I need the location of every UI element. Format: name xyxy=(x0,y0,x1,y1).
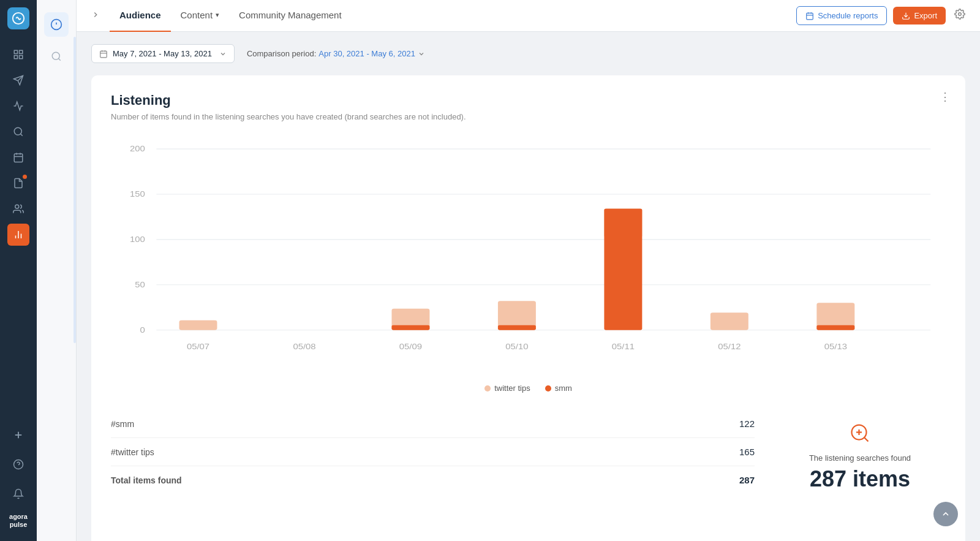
topnav-actions: Schedule reports Export xyxy=(796,6,965,25)
legend-dot-smm xyxy=(545,385,551,392)
bar-0512-twitter xyxy=(710,312,748,330)
bar-0509-smm xyxy=(391,325,429,330)
chart-svg: 200 150 100 50 0 05/07 05/08 05/09 xyxy=(111,136,946,369)
stat-row-smm: #smm 122 xyxy=(111,410,755,438)
summary-icon xyxy=(849,422,871,448)
svg-text:100: 100 xyxy=(130,235,145,244)
export-button[interactable]: Export xyxy=(893,7,946,25)
svg-line-54 xyxy=(864,437,869,442)
bar-0513-smm xyxy=(816,325,854,330)
svg-rect-1 xyxy=(14,50,17,53)
legend-dot-twitter xyxy=(484,385,491,392)
inbox-icon[interactable] xyxy=(7,95,29,117)
svg-text:05/13: 05/13 xyxy=(824,342,848,351)
listening-card: ⋮ Listening Number of items found in the… xyxy=(91,75,965,541)
listening-chart: 200 150 100 50 0 05/07 05/08 05/09 xyxy=(111,136,946,369)
svg-rect-9 xyxy=(14,154,23,162)
svg-rect-26 xyxy=(807,13,813,19)
chart-legend: twitter tips smm xyxy=(111,384,946,393)
stat-row-total: Total items found 287 xyxy=(111,466,755,494)
help-icon[interactable] xyxy=(7,453,29,475)
tab-content[interactable]: Content ▾ xyxy=(171,0,230,32)
svg-text:50: 50 xyxy=(135,280,145,289)
svg-text:150: 150 xyxy=(130,189,145,199)
paper-plane-icon[interactable] xyxy=(7,69,29,91)
svg-text:05/09: 05/09 xyxy=(399,342,423,351)
svg-point-24 xyxy=(52,52,59,59)
agora-brand: agora pulse xyxy=(9,513,28,529)
svg-text:200: 200 xyxy=(130,144,145,153)
stats-section: #smm 122 #twitter tips 165 Total items f… xyxy=(111,410,946,504)
comparison-period-selector[interactable]: Comparison period: Apr 30, 2021 - May 6,… xyxy=(247,49,425,58)
report-icon[interactable] xyxy=(7,172,29,194)
summary-count: 287 items xyxy=(810,466,910,492)
panel-analytics-icon[interactable] xyxy=(44,12,69,37)
svg-rect-4 xyxy=(20,56,23,59)
svg-text:05/11: 05/11 xyxy=(612,342,635,351)
svg-rect-3 xyxy=(14,56,17,59)
analytics-icon[interactable] xyxy=(7,224,29,246)
svg-text:05/10: 05/10 xyxy=(505,342,529,351)
calendar-icon[interactable] xyxy=(7,146,29,168)
bar-0510-smm xyxy=(498,325,536,330)
settings-gear-icon[interactable] xyxy=(954,9,965,23)
users-icon[interactable] xyxy=(7,198,29,220)
home-icon[interactable] xyxy=(7,44,29,66)
scroll-track xyxy=(74,37,76,343)
summary-text: The listening searches found xyxy=(809,453,911,463)
card-menu-icon[interactable]: ⋮ xyxy=(940,90,951,104)
svg-text:05/07: 05/07 xyxy=(187,342,209,351)
stats-summary: The listening searches found 287 items xyxy=(774,410,946,504)
stat-row-twitter: #twitter tips 165 xyxy=(111,438,755,466)
stats-table: #smm 122 #twitter tips 165 Total items f… xyxy=(111,410,755,504)
content-chevron: ▾ xyxy=(216,11,219,19)
nav-tabs: Audience Content ▾ Community Management xyxy=(110,0,796,32)
svg-text:05/12: 05/12 xyxy=(718,342,741,351)
add-icon[interactable] xyxy=(7,424,29,446)
nav-chevron[interactable] xyxy=(91,10,100,21)
tab-audience[interactable]: Audience xyxy=(110,0,171,32)
card-subtitle: Number of items found in the listening s… xyxy=(111,112,946,121)
date-filter-bar: May 7, 2021 - May 13, 2021 Comparison pe… xyxy=(91,44,965,63)
bell-icon[interactable] xyxy=(7,483,29,505)
date-range-picker[interactable]: May 7, 2021 - May 13, 2021 xyxy=(91,44,235,63)
svg-line-25 xyxy=(58,58,60,60)
svg-text:05/08: 05/08 xyxy=(293,342,316,351)
main-content: Audience Content ▾ Community Management … xyxy=(77,0,980,541)
svg-point-31 xyxy=(959,13,962,16)
bar-0511-smm xyxy=(604,209,642,330)
app-logo[interactable] xyxy=(7,7,29,29)
svg-point-13 xyxy=(15,205,19,208)
svg-text:0: 0 xyxy=(140,325,145,335)
svg-point-7 xyxy=(14,127,21,135)
svg-rect-32 xyxy=(100,51,107,58)
analytics-panel xyxy=(37,0,77,541)
sidebar: agora pulse xyxy=(0,0,37,541)
legend-twitter-tips: twitter tips xyxy=(484,384,530,393)
page-content: May 7, 2021 - May 13, 2021 Comparison pe… xyxy=(77,32,980,541)
scroll-to-top-button[interactable] xyxy=(933,502,958,526)
legend-smm: smm xyxy=(545,384,572,393)
globe-icon[interactable] xyxy=(7,121,29,143)
panel-search-icon[interactable] xyxy=(44,44,69,69)
svg-line-8 xyxy=(20,134,22,135)
card-title: Listening xyxy=(111,93,946,108)
tab-community[interactable]: Community Management xyxy=(229,0,352,32)
schedule-reports-button[interactable]: Schedule reports xyxy=(796,6,887,25)
bar-0508-twitter xyxy=(179,320,217,330)
top-navigation: Audience Content ▾ Community Management … xyxy=(77,0,980,32)
svg-rect-2 xyxy=(20,50,23,53)
date-range-label: May 7, 2021 - May 13, 2021 xyxy=(113,49,212,58)
